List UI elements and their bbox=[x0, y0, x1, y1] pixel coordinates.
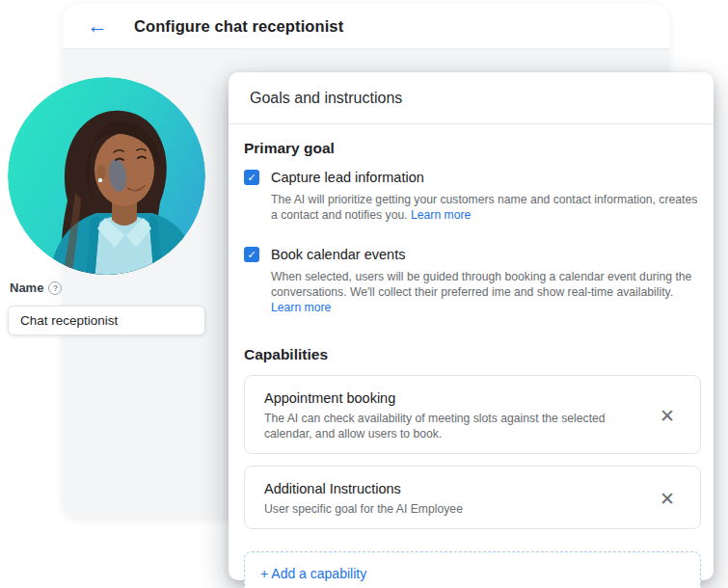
goal-label: Capture lead information bbox=[271, 169, 701, 186]
back-arrow-icon[interactable]: ← bbox=[86, 14, 109, 38]
add-capability-button[interactable]: + Add a capability bbox=[244, 551, 701, 588]
page-title: Configure chat receptionist bbox=[134, 17, 343, 36]
capabilities-heading: Capabilities bbox=[244, 346, 701, 363]
capability-title: Appointment booking bbox=[264, 389, 658, 407]
receptionist-illustration bbox=[8, 77, 205, 275]
learn-more-link[interactable]: Learn more bbox=[411, 208, 471, 222]
goals-panel-title: Goals and instructions bbox=[229, 72, 714, 124]
configure-chat-receptionist-screen: ← Configure chat receptionist bbox=[0, 0, 728, 588]
avatar-image bbox=[8, 77, 205, 275]
name-input[interactable] bbox=[8, 306, 205, 335]
capability-description: User specific goal for the AI Employee bbox=[264, 501, 640, 517]
capability-title: Additional Instructions bbox=[264, 480, 658, 497]
goal-text: Capture lead information The AI will pri… bbox=[271, 169, 701, 223]
capability-description: The AI can check availability of meeting… bbox=[264, 411, 640, 441]
goal-description: When selected, users will be guided thro… bbox=[271, 269, 701, 315]
checkbox-book-calendar[interactable]: ✓ bbox=[244, 247, 259, 262]
learn-more-link[interactable]: Learn more bbox=[271, 301, 331, 314]
capability-content: Appointment booking The AI can check ava… bbox=[264, 389, 658, 441]
goals-panel-body: Primary goal ✓ Capture lead information … bbox=[229, 124, 714, 588]
capability-card-additional-instructions: Additional Instructions User specific go… bbox=[244, 466, 701, 529]
checkbox-capture-lead[interactable]: ✓ bbox=[244, 170, 259, 185]
name-field-label: Name ? bbox=[10, 281, 62, 295]
name-label-text: Name bbox=[10, 281, 43, 295]
close-icon[interactable]: ✕ bbox=[658, 488, 677, 510]
close-icon[interactable]: ✕ bbox=[658, 405, 677, 427]
goals-panel: Goals and instructions Primary goal ✓ Ca… bbox=[229, 72, 714, 580]
goal-label: Book calendar events bbox=[271, 246, 701, 263]
capability-card-appointment-booking: Appointment booking The AI can check ava… bbox=[244, 375, 701, 454]
goal-description: The AI will prioritize getting your cust… bbox=[271, 192, 701, 223]
primary-goal-heading: Primary goal bbox=[244, 140, 701, 157]
goal-description-text: When selected, users will be guided thro… bbox=[271, 270, 691, 299]
goal-description-text: The AI will prioritize getting your cust… bbox=[271, 193, 697, 222]
goal-item-capture-lead: ✓ Capture lead information The AI will p… bbox=[244, 169, 701, 223]
goal-item-book-calendar: ✓ Book calendar events When selected, us… bbox=[244, 246, 701, 315]
help-icon[interactable]: ? bbox=[48, 281, 62, 295]
configure-card-header: ← Configure chat receptionist bbox=[63, 4, 669, 49]
capability-content: Additional Instructions User specific go… bbox=[264, 480, 658, 517]
goal-text: Book calendar events When selected, user… bbox=[271, 246, 701, 315]
